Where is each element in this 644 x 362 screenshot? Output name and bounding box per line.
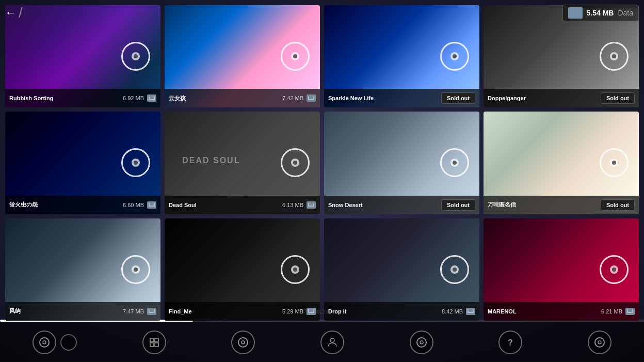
svg-point-12	[595, 338, 604, 347]
card-find-me[interactable]: Find_Me 5.29 MB	[165, 218, 320, 321]
card-marenol-download-icon[interactable]	[625, 308, 635, 315]
svg-point-8	[330, 338, 334, 342]
card-marenol-title: MARENOL	[488, 308, 598, 314]
svg-point-9	[417, 338, 426, 347]
grid-icon	[149, 337, 160, 348]
nav-item-1[interactable]	[33, 330, 77, 354]
card-marenol-play-button[interactable]	[600, 255, 629, 284]
card-hotaru-label: 蛍火虫の怨 6.60 MB	[5, 196, 160, 214]
nav-item-2[interactable]	[142, 330, 166, 354]
card-wantonming-label: 万吨匿名信 Sold out	[484, 196, 639, 214]
card-findme-play-inner	[291, 265, 299, 274]
card-deadsoul-title: Dead Soul	[169, 202, 279, 208]
card-snowdesert-play-button[interactable]	[440, 148, 469, 177]
card-yunnvhai-download-icon[interactable]	[307, 95, 316, 102]
back-arrow: ←	[5, 6, 17, 20]
card-yunnvhai-label: 云女孩 7.42 MB	[165, 89, 320, 107]
card-fengyu[interactable]: 风屿 7.47 MB	[5, 218, 160, 321]
card-marenol-label: MARENOL 6.21 MB	[484, 302, 639, 321]
nav-circle-2	[142, 330, 166, 354]
card-fengyu-label: 风屿 7.47 MB	[5, 302, 160, 321]
card-yunnvhai-play-button[interactable]	[281, 42, 310, 71]
card-deadsoul-label: Dead Soul 6.13 MB	[165, 196, 320, 214]
svg-rect-2	[150, 338, 154, 342]
card-hotaru-size: 6.60 MB	[123, 202, 144, 208]
song-grid: Rubbish Sorting 6.92 MB 云女孩 7.42 MB Spar…	[5, 5, 639, 321]
card-rubbish-play-button[interactable]	[121, 42, 150, 71]
card-fengyu-size: 7.47 MB	[123, 308, 144, 314]
card-doppelganger-sold-out[interactable]: Sold out	[601, 92, 635, 104]
card-deadsoul-play-button[interactable]	[281, 148, 310, 177]
card-dropit-size: 8.42 MB	[442, 308, 463, 314]
card-rubbish-title: Rubbish Sorting	[9, 95, 120, 101]
nav-circle-4	[320, 330, 344, 354]
disc-icon-3	[416, 337, 427, 348]
disc-icon-4	[594, 337, 605, 348]
card-wantonming[interactable]: 万吨匿名信 Sold out	[484, 112, 639, 214]
card-hotaru-play-button[interactable]	[121, 148, 150, 177]
card-sparkle-sold-out[interactable]: Sold out	[441, 92, 475, 104]
svg-text:?: ?	[508, 338, 513, 347]
card-fengyu-play-inner	[132, 265, 140, 274]
nav-item-7[interactable]	[588, 330, 611, 354]
svg-point-7	[242, 341, 245, 344]
back-button[interactable]: ← /	[5, 5, 23, 21]
card-snow-desert[interactable]: Snow Desert Sold out	[324, 112, 479, 214]
card-sparkle-title: Sparkle New Life	[328, 95, 438, 101]
card-deadsoul-play-inner	[291, 159, 299, 167]
card-snowdesert-play-inner	[450, 159, 459, 167]
nav-item-3[interactable]	[231, 330, 255, 354]
card-deadsoul-size: 6.13 MB	[282, 202, 303, 208]
card-wantonming-sold-out[interactable]: Sold out	[601, 199, 635, 211]
card-snowdesert-title: Snow Desert	[328, 202, 438, 208]
header-size: 5.54 MB	[587, 9, 614, 17]
nav-item-6[interactable]: ?	[498, 330, 522, 354]
card-wantonming-play-inner	[610, 159, 618, 167]
question-icon: ?	[505, 337, 516, 348]
card-sparkle-play-button[interactable]	[440, 42, 469, 71]
card-marenol-play-inner	[610, 265, 618, 274]
card-snowdesert-sold-out[interactable]: Sold out	[441, 199, 475, 211]
card-dead-soul[interactable]: DEAD SOUL Dead Soul 6.13 MB	[165, 112, 320, 214]
nav-circle-6: ?	[498, 330, 522, 354]
nav-circle-5	[410, 330, 433, 354]
card-dropit-label: Drop It 8.42 MB	[324, 302, 479, 321]
card-yunnvhai-play-inner	[291, 52, 299, 60]
card-yunnvhai-title: 云女孩	[169, 95, 279, 102]
card-doppelganger-title: Doppelganger	[488, 95, 598, 101]
card-wantonming-play-button[interactable]	[600, 148, 629, 177]
card-findme-title: Find_Me	[169, 308, 279, 314]
card-marenol[interactable]: MARENOL 6.21 MB	[484, 218, 639, 321]
card-dropit-title: Drop It	[328, 308, 439, 314]
header-data-label: Data	[618, 9, 633, 17]
card-hotaru[interactable]: 蛍火虫の怨 6.60 MB	[5, 112, 160, 214]
card-dropit-play-button[interactable]	[440, 255, 469, 284]
disc-icon-2	[237, 337, 249, 348]
card-fengyu-download-icon[interactable]	[147, 308, 156, 315]
person-icon	[327, 337, 338, 348]
card-fengyu-play-button[interactable]	[121, 255, 150, 284]
svg-point-13	[598, 341, 601, 344]
card-findme-play-button[interactable]	[281, 255, 310, 284]
card-doppelganger-play-button[interactable]	[600, 42, 629, 71]
card-hotaru-download-icon[interactable]	[147, 201, 156, 209]
nav-circle-3	[231, 330, 255, 354]
card-findme-label: Find_Me 5.29 MB	[165, 302, 320, 321]
nav-item-5[interactable]	[410, 330, 433, 354]
card-rubbish-download-icon[interactable]	[147, 95, 156, 102]
card-dropit-download-icon[interactable]	[466, 308, 475, 315]
card-hotaru-title: 蛍火虫の怨	[9, 201, 120, 209]
svg-rect-4	[150, 343, 154, 347]
header-thumb-icon	[568, 7, 583, 19]
card-dropit-play-inner	[450, 265, 459, 274]
card-marenol-size: 6.21 MB	[601, 308, 622, 314]
nav-item-4[interactable]	[320, 330, 344, 354]
card-doppelganger-label: Doppelganger Sold out	[484, 89, 639, 107]
card-fengyu-title: 风屿	[9, 307, 120, 315]
card-yunnvhai-size: 7.42 MB	[282, 95, 303, 101]
card-snowdesert-label: Snow Desert Sold out	[324, 196, 479, 214]
card-drop-it[interactable]: Drop It 8.42 MB	[324, 218, 479, 321]
card-deadsoul-download-icon[interactable]	[307, 201, 316, 209]
card-rubbish-label: Rubbish Sorting 6.92 MB	[5, 89, 160, 107]
header-info: 5.54 MB Data	[562, 5, 639, 21]
